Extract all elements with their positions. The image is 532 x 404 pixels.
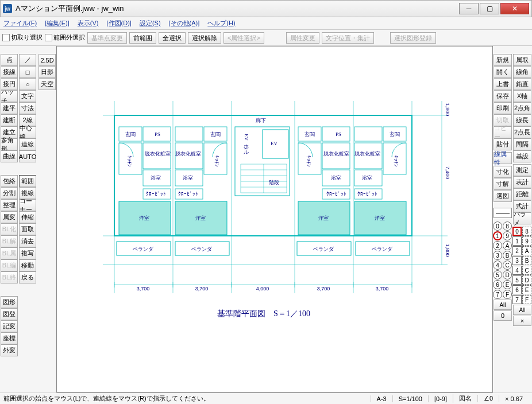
tool-新規[interactable]: 新規 [494, 54, 512, 66]
tool-開く[interactable]: 開く [494, 66, 512, 78]
menu-edit[interactable]: [編集(E)] [45, 19, 70, 28]
layer-l-0[interactable]: 0 [493, 222, 502, 231]
layer-r-E[interactable]: E [522, 285, 531, 294]
tool-寸法[interactable]: 寸法 [19, 102, 36, 114]
tool-パラメ[interactable]: パラメ [513, 212, 531, 224]
tool-記変[interactable]: 記変 [1, 320, 18, 332]
tool-座標[interactable]: 座標 [1, 332, 18, 344]
tool-多角形[interactable]: 多角形 [1, 138, 18, 150]
all-select-button[interactable]: 全選択 [159, 32, 186, 44]
layer-x-right[interactable]: × [513, 316, 531, 326]
layer-r-D[interactable]: D [522, 275, 531, 285]
layer-r-A[interactable]: A [522, 246, 531, 255]
layer-l-2[interactable]: 2 [493, 241, 502, 250]
menu-settings[interactable]: 設定(S) [140, 19, 161, 28]
layer-r-B[interactable]: B [522, 256, 531, 265]
tool-AUTO[interactable]: AUTO [19, 150, 36, 162]
status-name[interactable]: 図名 [453, 394, 477, 403]
tool-文字[interactable]: 文字 [19, 90, 36, 102]
text-pos-button[interactable]: 文字位置・集計 [322, 32, 374, 44]
tool-建断[interactable]: 建断 [1, 114, 18, 126]
tool-伸縮[interactable]: 伸縮 [19, 211, 36, 223]
tool-ハッチ[interactable]: ハッチ [1, 90, 18, 102]
status-angle[interactable]: ∠0 [477, 395, 499, 402]
layer-l-5[interactable]: 5 [493, 270, 502, 279]
tool-2.5D[interactable]: 2.5D [38, 54, 56, 66]
status-scale[interactable]: S=1/100 [392, 395, 428, 402]
tool-表計[interactable]: 表計 [513, 176, 531, 188]
menu-draw[interactable]: [作図(D)] [107, 19, 132, 28]
layer-l-8[interactable]: 8 [503, 222, 512, 231]
tool-線角[interactable]: 線角 [513, 66, 531, 78]
tool-距離[interactable]: 距離 [513, 188, 531, 200]
drawing-canvas[interactable]: 廊下 EV EVホール 階段 洋室 洋室 洋室 [56, 46, 493, 393]
layer-l-7[interactable]: 7 [493, 290, 502, 299]
tool-保存[interactable]: 保存 [494, 90, 512, 102]
tool-コピー[interactable]: コピー [494, 126, 512, 138]
tool-接線[interactable]: 接線 [1, 66, 18, 78]
layer-all-right[interactable]: All [513, 305, 531, 315]
tool-属変[interactable]: 属変 [1, 211, 18, 223]
layer-r-F[interactable]: F [522, 295, 531, 304]
line-sample[interactable] [494, 208, 512, 218]
tool-包絡[interactable]: 包絡 [1, 175, 18, 187]
tool-外変[interactable]: 外変 [1, 344, 18, 356]
layer-r-C[interactable]: C [522, 266, 531, 275]
layer-r-1[interactable]: 1 [512, 236, 522, 246]
tool-範囲[interactable]: 範囲 [19, 175, 36, 187]
layer-r-4[interactable]: 4 [512, 266, 522, 275]
layer-l-3[interactable]: 3 [493, 251, 502, 260]
tool-属取[interactable]: 属取 [513, 54, 531, 66]
tool-2点角[interactable]: 2点角 [513, 102, 531, 114]
layer-r-3[interactable]: 3 [512, 256, 522, 265]
tool-BL化[interactable]: BL化 [1, 223, 18, 235]
tool-X軸[interactable]: X軸 [513, 90, 531, 102]
tool-図登[interactable]: 図登 [1, 308, 18, 320]
tool-連線[interactable]: 連線 [19, 138, 36, 150]
tool-戻る[interactable]: 戻る [19, 271, 36, 283]
menu-view[interactable]: 表示(V) [78, 19, 99, 28]
maximize-button[interactable]: ▢ [480, 3, 499, 14]
layer-r-9[interactable]: 9 [522, 236, 531, 246]
tool-面取[interactable]: 面取 [19, 223, 36, 235]
select-reg-button[interactable]: 選択図形登録 [390, 32, 436, 44]
layer-l-C[interactable]: C [503, 261, 512, 270]
tool-2点長[interactable]: 2点長 [513, 126, 531, 138]
tool-線属性[interactable]: 線属性 [494, 152, 512, 164]
layer-r-0[interactable]: 0 [512, 227, 522, 236]
tool-鉛直[interactable]: 鉛直 [513, 78, 531, 90]
layer-r-6[interactable]: 6 [512, 285, 522, 294]
tool-日影[interactable]: 日影 [38, 66, 56, 78]
layer-l-B[interactable]: B [503, 251, 512, 260]
tool-BL編[interactable]: BL編 [1, 259, 18, 271]
status-paper[interactable]: A-3 [371, 395, 392, 402]
tool-コーナー[interactable]: コーナー [19, 199, 36, 211]
layer-l-A[interactable]: A [503, 241, 512, 250]
layer-l-1[interactable]: 1 [493, 231, 502, 240]
layer-r-5[interactable]: 5 [512, 275, 522, 285]
layer-l-E[interactable]: E [503, 280, 512, 289]
layer-current-left[interactable]: 0 [494, 310, 512, 321]
tool-複写[interactable]: 複写 [19, 247, 36, 259]
menu-file[interactable]: ファイル(F) [3, 19, 37, 28]
select-clear-button[interactable]: 選択解除 [188, 32, 221, 44]
tool-整理[interactable]: 整理 [1, 199, 18, 211]
tool-測定[interactable]: 測定 [513, 164, 531, 176]
layer-all-left[interactable]: All [494, 300, 512, 310]
tool-消去[interactable]: 消去 [19, 235, 36, 247]
tool-○[interactable]: ○ [19, 78, 36, 90]
layer-l-D[interactable]: D [503, 270, 512, 279]
tool-寸解[interactable]: 寸解 [494, 178, 512, 190]
status-zoom[interactable]: × 0.67 [499, 395, 529, 402]
tool-図形[interactable]: 図形 [1, 296, 18, 308]
layer-r-7[interactable]: 7 [512, 295, 522, 304]
tool-寸化[interactable]: 寸化 [494, 166, 512, 178]
layer-l-9[interactable]: 9 [503, 231, 512, 240]
tool-移動[interactable]: 移動 [19, 259, 36, 271]
layer-l-F[interactable]: F [503, 290, 512, 299]
tool-点[interactable]: 点 [1, 54, 18, 66]
tool-印刷[interactable]: 印刷 [494, 102, 512, 114]
tool-間隔[interactable]: 間隔 [513, 138, 531, 150]
tool-基設[interactable]: 基設 [513, 150, 531, 162]
tool-中心線[interactable]: 中心線 [19, 126, 36, 138]
